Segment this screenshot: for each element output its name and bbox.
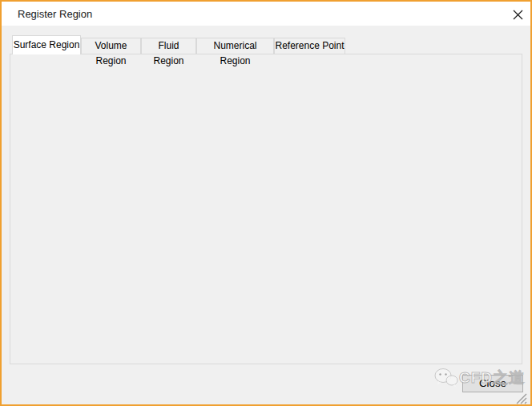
tab-volume-region[interactable]: Volume Region [81, 38, 141, 54]
tab-reference-point[interactable]: Reference Point [274, 38, 345, 54]
title-bar: Register Region [2, 2, 530, 26]
close-button[interactable]: Close [462, 375, 523, 392]
surface-region-tab-page [10, 54, 522, 364]
wechat-icon [433, 367, 459, 389]
dialog-title: Register Region [18, 8, 92, 20]
register-region-dialog: Register Region Surface Region Volume Re… [0, 0, 532, 406]
resize-grip[interactable] [516, 393, 527, 406]
tab-surface-region[interactable]: Surface Region [12, 35, 81, 54]
tab-numerical-region[interactable]: Numerical Region [196, 38, 274, 54]
close-icon[interactable] [509, 6, 526, 22]
tab-fluid-region[interactable]: Fluid Region [141, 38, 196, 54]
